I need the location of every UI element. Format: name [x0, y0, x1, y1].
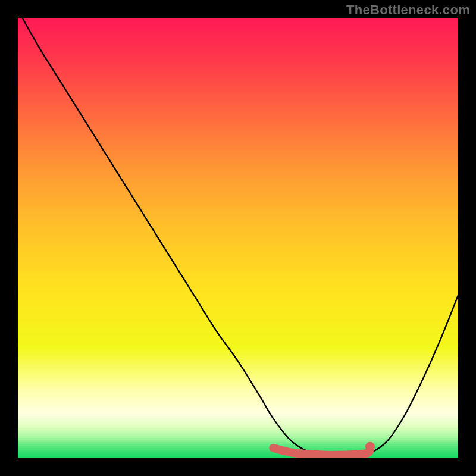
- optimal-marker: [273, 447, 370, 455]
- optimal-marker-end-dot: [365, 442, 375, 452]
- bottleneck-curve: [22, 18, 458, 456]
- plot-area: [18, 18, 458, 458]
- attribution-text: TheBottleneck.com: [346, 2, 470, 18]
- chart-frame: TheBottleneck.com: [0, 0, 476, 476]
- curve-layer: [18, 18, 458, 458]
